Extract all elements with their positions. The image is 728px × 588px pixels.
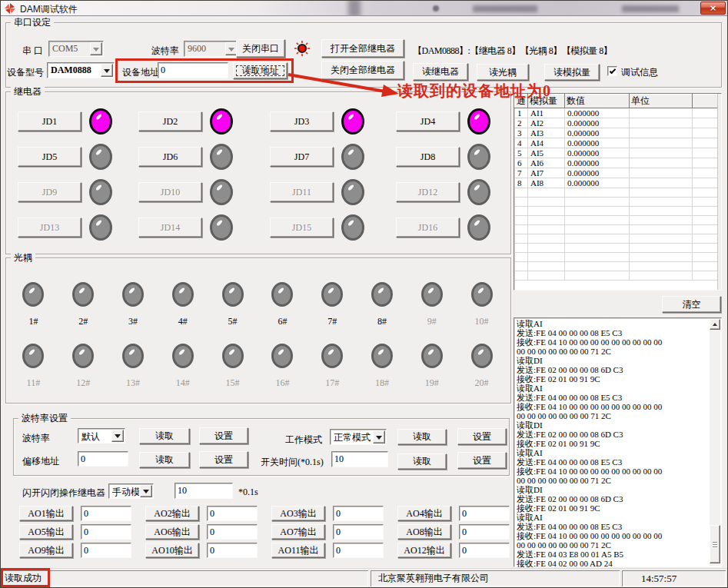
relay-button[interactable]: JD16: [396, 218, 460, 238]
relay-button[interactable]: JD14: [138, 218, 202, 238]
relay-button[interactable]: JD15: [270, 218, 334, 238]
relay-cell: JD9: [18, 174, 138, 210]
bs-offset-set-button[interactable]: 设置: [199, 451, 248, 468]
bs-offset-input[interactable]: [78, 451, 128, 467]
cell-channel: 2: [515, 118, 528, 128]
ao-output-button[interactable]: AO1输出: [19, 506, 73, 521]
bs-workmode-set-button[interactable]: 设置: [457, 428, 507, 445]
relay-cell: JD16: [396, 210, 502, 245]
col-header-value[interactable]: 数值: [565, 95, 630, 108]
read-opto-button[interactable]: 读光耦: [477, 64, 529, 81]
dropdown-button[interactable]: [140, 485, 152, 497]
ao-output-button[interactable]: AO10输出: [145, 543, 199, 558]
log-scrollbar[interactable]: [710, 319, 720, 566]
ao-value-input[interactable]: [459, 506, 510, 521]
relay-button[interactable]: JD10: [138, 182, 202, 202]
ao-value-input[interactable]: [207, 543, 258, 558]
empty-table-row: [515, 225, 718, 234]
open-all-relays-button[interactable]: 打开全部继电器: [321, 39, 404, 58]
dropdown-button[interactable]: [111, 430, 124, 442]
device-model-select[interactable]: DAM0888: [47, 62, 115, 78]
bs-baud-set-button[interactable]: 设置: [199, 427, 248, 444]
bs-switchtime-read-button[interactable]: 读取: [397, 453, 447, 470]
ao-output-button[interactable]: AO7输出: [271, 524, 325, 540]
read-address-button[interactable]: 读取地址: [233, 62, 288, 79]
bs-baud-select[interactable]: 默认: [78, 428, 125, 443]
ao-value-input[interactable]: [207, 506, 258, 521]
ao-value-input[interactable]: [459, 524, 510, 540]
opto-cell: 19#: [421, 336, 443, 397]
relay-button[interactable]: JD7: [270, 147, 334, 167]
device-address-input[interactable]: [158, 62, 228, 78]
ao-output-button[interactable]: AO2输出: [145, 506, 199, 521]
port-value: COM5: [52, 43, 89, 55]
ao-value-input[interactable]: [333, 506, 384, 521]
ao-value-input[interactable]: [81, 524, 131, 540]
ao-output-button[interactable]: AO3输出: [271, 506, 325, 521]
bs-workmode-label: 工作模式: [285, 434, 322, 447]
relay-button[interactable]: JD3: [270, 111, 334, 131]
table-scrollbar[interactable]: [717, 94, 721, 290]
ao-output-button[interactable]: AO12输出: [397, 543, 451, 558]
close-button[interactable]: ×: [700, 2, 726, 15]
table-row: 8 AI8 0.000000: [515, 178, 718, 188]
relay-button[interactable]: JD2: [138, 111, 202, 131]
cell-value: 0.000000: [565, 148, 630, 158]
bs-switchtime-set-button[interactable]: 设置: [457, 452, 507, 469]
relay-button[interactable]: JD13: [18, 218, 81, 238]
ao-value-input[interactable]: [207, 524, 258, 540]
flash-time-input[interactable]: [175, 483, 233, 499]
flash-operate-label: 闪开闪闭操作继电器: [22, 487, 105, 500]
ao-output-button[interactable]: AO4输出: [397, 506, 451, 521]
dropdown-button[interactable]: [90, 42, 102, 55]
ao-output-button[interactable]: AO5输出: [19, 524, 73, 540]
port-select[interactable]: COM5: [48, 41, 104, 57]
read-relays-button[interactable]: 读继电器: [413, 63, 468, 81]
bs-workmode-read-button[interactable]: 读取: [397, 429, 447, 445]
ao-value-input[interactable]: [81, 506, 131, 521]
ao-value-input[interactable]: [333, 524, 384, 540]
read-analog-button[interactable]: 读模拟量: [544, 64, 600, 81]
ao-output-button[interactable]: AO11输出: [271, 543, 325, 558]
dropdown-button[interactable]: [101, 64, 113, 77]
close-serial-button[interactable]: 关闭串口: [236, 39, 285, 58]
baudrate-label: 波特率: [151, 45, 179, 58]
ao-value-input[interactable]: [459, 543, 510, 558]
relay-led-indicator: [210, 179, 233, 205]
scroll-up-button[interactable]: [710, 319, 720, 330]
bs-baud-read-button[interactable]: 读取: [139, 428, 190, 444]
close-all-relays-button[interactable]: 关闭全部继电器: [321, 61, 404, 80]
empty-table-row: [515, 198, 718, 207]
relay-button[interactable]: JD9: [18, 182, 81, 202]
col-header-extra[interactable]: [693, 95, 718, 108]
cell-channel: 1: [515, 108, 528, 118]
relay-button[interactable]: JD6: [138, 147, 202, 167]
relay-button[interactable]: JD11: [270, 182, 334, 202]
relay-button[interactable]: JD5: [18, 147, 81, 167]
opto-channel-label: 17#: [325, 377, 339, 389]
debug-log-box[interactable]: 读取AI 发送:FE 04 00 00 00 08 E5 C3 接收:FE 04…: [514, 317, 722, 567]
bs-offset-read-button[interactable]: 读取: [139, 452, 190, 468]
flash-mode-select[interactable]: 手动模式: [108, 483, 154, 499]
clear-log-button[interactable]: 清空: [662, 296, 721, 313]
relay-button[interactable]: JD4: [396, 111, 460, 131]
relay-button[interactable]: JD1: [18, 111, 81, 131]
ao-output-button[interactable]: AO9输出: [19, 543, 73, 558]
col-header-unit[interactable]: 单位: [630, 95, 693, 108]
dropdown-button[interactable]: [373, 430, 385, 443]
opto-cell: 12#: [72, 336, 94, 397]
baudrate-select[interactable]: 9600: [184, 41, 239, 57]
device-model-label: 设备型号: [7, 66, 44, 79]
ao-value-input[interactable]: [333, 543, 384, 558]
debug-info-checkbox[interactable]: [607, 66, 617, 76]
ao-output-button[interactable]: AO6输出: [145, 524, 199, 540]
bs-switchtime-input[interactable]: [331, 451, 388, 467]
ao-output-button[interactable]: AO8输出: [397, 524, 451, 540]
relay-button[interactable]: JD12: [396, 182, 460, 202]
scrollbar-thumb[interactable]: [710, 525, 720, 563]
ao-value-input[interactable]: [81, 543, 131, 558]
empty-table-row: [515, 253, 718, 262]
checkmark-icon: [609, 67, 615, 73]
bs-workmode-select[interactable]: 正常模式: [330, 429, 387, 445]
relay-button[interactable]: JD8: [396, 147, 460, 167]
